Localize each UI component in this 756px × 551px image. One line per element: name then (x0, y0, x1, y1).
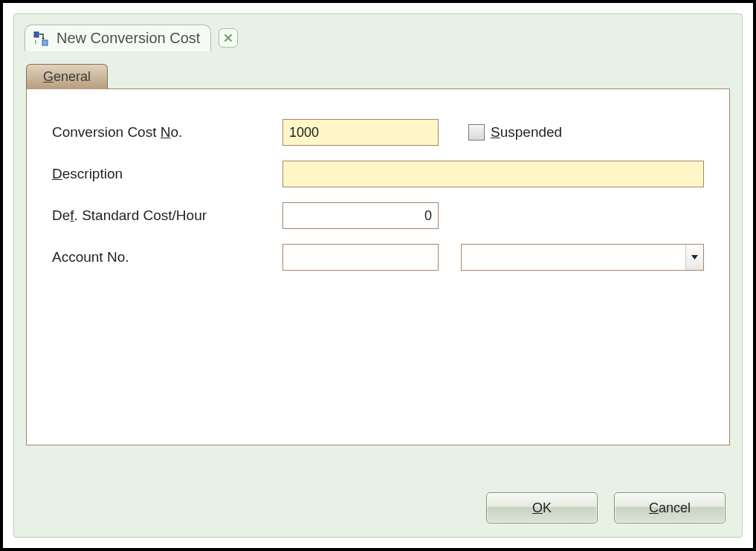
label-description: Description (52, 166, 275, 182)
window-title: New Conversion Cost (56, 30, 200, 47)
svg-text:t: t (35, 39, 36, 45)
label-std-cost: Def. Standard Cost/Hour (52, 207, 275, 224)
conversion-cost-no-input[interactable] (282, 119, 439, 146)
tab-general[interactable]: General (26, 64, 108, 89)
tab-strip: General (14, 63, 742, 88)
suspended-checkbox[interactable] (468, 124, 485, 141)
label-conversion-cost-no: Conversion Cost No. (52, 124, 275, 141)
document-icon: t (33, 30, 49, 47)
label-suspended: Suspended (491, 124, 562, 141)
dialog-footer: OK Cancel (486, 492, 726, 523)
dialog-new-conversion-cost: t New Conversion Cost General Conversion… (13, 13, 743, 538)
svg-rect-0 (34, 32, 39, 37)
cancel-button[interactable]: Cancel (614, 492, 726, 523)
account-no-input[interactable] (282, 244, 439, 271)
document-tab: t New Conversion Cost (25, 25, 211, 51)
svg-rect-1 (42, 40, 48, 45)
std-cost-input[interactable] (282, 202, 439, 229)
tab-panel-general: Conversion Cost No. Suspended Descriptio… (26, 88, 730, 445)
ok-button[interactable]: OK (486, 492, 598, 523)
description-input[interactable] (282, 161, 704, 187)
close-icon (224, 33, 233, 42)
suspended-wrapper: Suspended (461, 124, 704, 141)
close-button[interactable] (219, 28, 238, 48)
account-combo[interactable] (461, 244, 704, 271)
chevron-down-icon (691, 255, 698, 260)
label-account-no: Account No. (52, 249, 275, 265)
account-combo-input[interactable] (462, 245, 685, 270)
title-bar: t New Conversion Cost (14, 22, 742, 59)
account-combo-button[interactable] (685, 245, 703, 270)
